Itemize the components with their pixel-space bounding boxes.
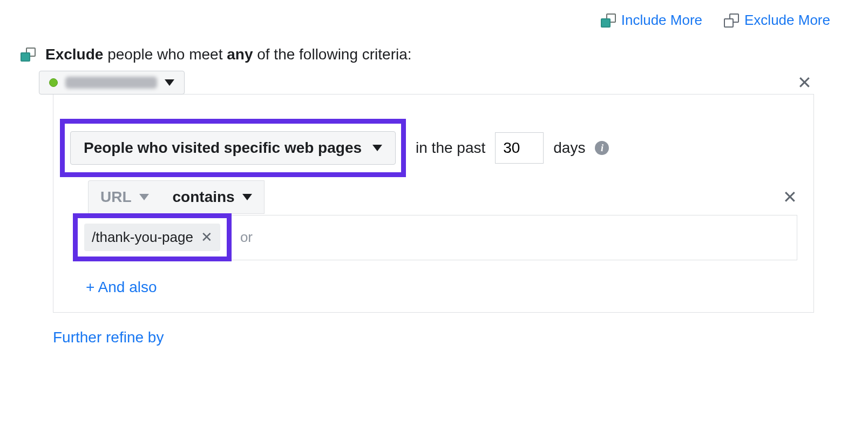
further-refine-link[interactable]: Further refine by [0,313,868,346]
exclude-more-label: Exclude More [744,12,830,29]
pixel-selector-dropdown[interactable] [39,71,185,94]
days-input[interactable] [495,132,544,164]
include-more-label: Include More [621,12,702,29]
criteria-container: People who visited specific web pages in… [53,94,814,313]
caret-down-icon [372,145,382,151]
exclude-section-text: Exclude people who meet any of the follo… [45,46,412,63]
exclude-icon [724,14,739,28]
include-icon [601,14,616,28]
and-also-link[interactable]: + And also [53,261,813,296]
info-icon[interactable]: i [595,141,609,155]
url-tag-input[interactable]: or [232,215,797,260]
url-field-dropdown[interactable]: URL [88,180,161,214]
url-tag-placeholder: or [240,229,253,246]
url-tag-chip: /thank-you-page ✕ [84,224,220,251]
pixel-name-redacted [65,77,157,89]
days-label: days [553,139,585,157]
include-more-link[interactable]: Include More [601,12,702,29]
caret-down-icon [139,194,149,200]
url-field-label: URL [100,188,132,206]
highlight-url-tag: /thank-you-page ✕ [73,213,232,261]
remove-pixel-button[interactable]: ✕ [797,74,812,91]
caret-down-icon [165,79,174,86]
visit-type-label: People who visited specific web pages [84,139,362,157]
remove-url-tag-button[interactable]: ✕ [201,229,213,246]
match-operator-dropdown[interactable]: contains [161,180,265,214]
in-the-past-label: in the past [416,139,485,157]
pixel-status-dot-icon [49,78,58,87]
visit-type-dropdown[interactable]: People who visited specific web pages [70,131,396,165]
exclude-section-icon [21,48,36,62]
exclude-more-link[interactable]: Exclude More [724,12,830,29]
highlight-visit-type: People who visited specific web pages [60,119,406,177]
remove-url-rule-button[interactable]: ✕ [783,188,797,206]
match-operator-label: contains [173,188,235,206]
exclude-section-header: Exclude people who meet any of the follo… [0,29,868,71]
caret-down-icon [242,194,252,200]
url-tag-text: /thank-you-page [92,229,193,246]
